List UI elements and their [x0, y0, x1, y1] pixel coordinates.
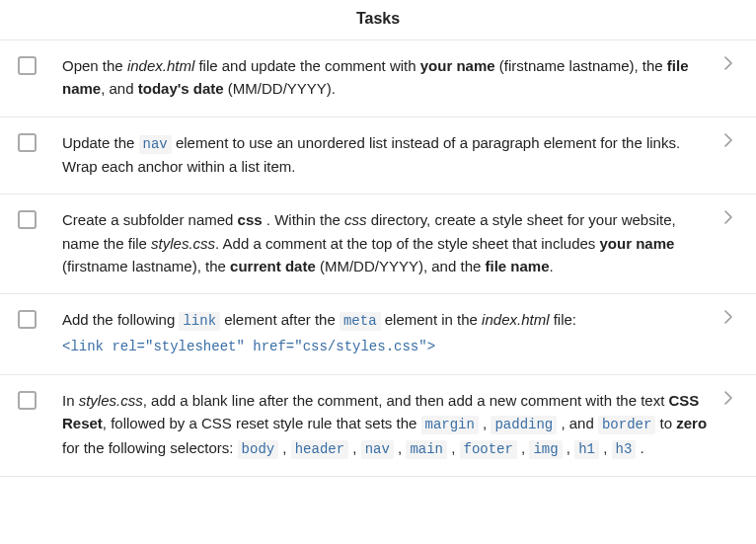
text-segment: , add a blank line after the comment, an…: [143, 392, 669, 409]
text-segment: current date: [230, 258, 316, 274]
task-row[interactable]: Open the index.html file and update the …: [0, 39, 756, 117]
code-token: link: [179, 312, 220, 331]
task-body: In styles.css, add a blank line after th…: [62, 389, 738, 461]
code-token: nav: [139, 135, 172, 154]
text-segment: Update the: [62, 134, 139, 151]
code-token: header: [291, 440, 348, 459]
task-body: Add the following link element after the…: [62, 308, 738, 357]
code-token: main: [406, 440, 447, 459]
text-segment: ,: [348, 439, 361, 456]
text-segment: , and: [101, 80, 138, 97]
chevron-right-icon[interactable]: [724, 310, 734, 326]
task-row[interactable]: Add the following link element after the…: [0, 293, 756, 373]
text-segment: (firstname lastname), the: [62, 258, 230, 274]
text-segment: ,: [563, 439, 575, 456]
text-segment: today's date: [138, 80, 224, 97]
text-segment: styles.css: [151, 235, 215, 252]
text-segment: .: [550, 258, 554, 274]
text-segment: (MM/DD/YYYY), and the: [316, 258, 486, 274]
code-token: footer: [460, 440, 517, 459]
text-segment: element in the: [381, 311, 483, 328]
task-list: Open the index.html file and update the …: [0, 39, 756, 477]
text-segment: (firstname lastname), the: [495, 57, 667, 74]
text-segment: ,: [394, 439, 407, 456]
task-checkbox[interactable]: [18, 210, 37, 229]
text-segment: ,: [278, 439, 291, 456]
code-token: h3: [612, 440, 637, 459]
text-segment: (MM/DD/YYYY).: [224, 80, 336, 97]
text-segment: ,: [447, 439, 460, 456]
text-segment: zero: [676, 415, 707, 431]
text-segment: file name: [485, 258, 549, 274]
code-token: margin: [421, 416, 479, 434]
task-checkbox[interactable]: [18, 391, 37, 410]
task-checkbox[interactable]: [18, 310, 37, 329]
code-line: <link rel="stylesheet" href="css/styles.…: [62, 337, 709, 358]
text-segment: . Add a comment at the top of the style …: [215, 235, 599, 252]
text-segment: In: [62, 392, 79, 409]
text-segment: index.html: [482, 311, 549, 328]
text-segment: ,: [479, 415, 491, 431]
text-segment: your name: [420, 57, 495, 74]
task-row[interactable]: In styles.css, add a blank line after th…: [0, 374, 756, 478]
chevron-right-icon[interactable]: [724, 56, 734, 72]
task-body: Open the index.html file and update the …: [62, 54, 738, 101]
text-segment: css: [238, 211, 263, 228]
text-segment: styles.css: [79, 392, 143, 409]
chevron-right-icon[interactable]: [724, 391, 734, 407]
text-segment: ,: [599, 439, 612, 456]
task-row[interactable]: Create a subfolder named css . Within th…: [0, 194, 756, 293]
text-segment: , and: [557, 415, 598, 431]
text-segment: your name: [599, 235, 674, 252]
text-segment: Create a subfolder named: [62, 211, 238, 228]
text-segment: file and update the comment with: [194, 57, 419, 74]
code-token: img: [529, 440, 562, 459]
task-row[interactable]: Update the nav element to use an unorder…: [0, 117, 756, 194]
code-token: body: [238, 440, 279, 459]
text-segment: .: [636, 439, 643, 456]
task-body: Update the nav element to use an unorder…: [62, 131, 738, 179]
code-token: border: [598, 416, 655, 434]
code-token: padding: [491, 416, 557, 434]
task-checkbox[interactable]: [18, 56, 37, 75]
task-body: Create a subfolder named css . Within th…: [62, 208, 738, 277]
text-segment: element after the: [220, 311, 340, 328]
text-segment: Open the: [62, 57, 127, 74]
text-segment: to: [655, 415, 676, 431]
text-segment: ,: [517, 439, 530, 456]
code-token: h1: [574, 440, 599, 459]
text-segment: . Within the: [263, 211, 344, 228]
text-segment: index.html: [127, 57, 194, 74]
task-checkbox[interactable]: [18, 133, 37, 152]
code-token: meta: [340, 312, 381, 331]
page-title: Tasks: [0, 0, 756, 39]
chevron-right-icon[interactable]: [724, 133, 734, 149]
text-segment: css: [344, 211, 367, 228]
text-segment: file:: [549, 311, 576, 328]
text-segment: , followed by a CSS reset style rule tha…: [103, 415, 421, 431]
chevron-right-icon[interactable]: [724, 210, 734, 226]
code-token: nav: [361, 440, 394, 459]
text-segment: Add the following: [62, 311, 179, 328]
text-segment: for the following selectors:: [62, 439, 238, 456]
